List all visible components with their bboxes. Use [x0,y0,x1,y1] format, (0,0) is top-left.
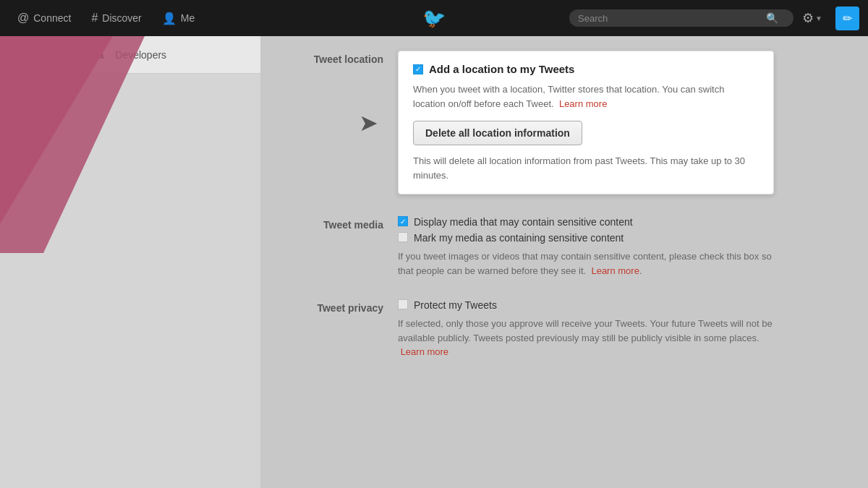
tweet-privacy-desc-text: If selected, only those you approve will… [398,318,773,343]
person-icon: 👤 [162,12,176,25]
hashtag-icon: # [91,12,98,25]
add-location-checkbox[interactable]: ✓ [413,64,423,74]
protect-tweets-row: Protect my Tweets [398,299,846,311]
settings-button[interactable]: ⚙ ▼ [796,6,828,30]
tweet-media-desc: If you tweet images or videos that may c… [398,249,774,278]
arrow-pointer: ➤ [359,109,378,137]
location-card: ➤ ✓ Add a location to my Tweets When you… [398,51,774,194]
location-card-header: ✓ Add a location to my Tweets [413,63,759,75]
search-icon: 🔍 [766,12,778,24]
tweet-privacy-row: Tweet privacy Protect my Tweets If selec… [282,299,846,359]
nav-connect-label: Connect [33,12,71,24]
sensitive-display-row: ✓ Display media that may contain sensiti… [398,216,846,228]
tweet-location-label: Tweet location [282,51,398,65]
tweet-privacy-label: Tweet privacy [282,299,398,314]
main-layout: Businesses Media Developers Tweet locati… [0,36,868,488]
sidebar-pink-accent [0,36,145,253]
learn-more-privacy-link[interactable]: Learn more [401,346,448,357]
delete-location-button[interactable]: Delete all location information [413,121,582,145]
navbar: @ Connect # Discover 👤 Me 🐦 🔍 ⚙ ▼ ✏ [0,0,868,36]
tweet-media-label: Tweet media [282,216,398,231]
nav-connect[interactable]: @ Connect [9,7,80,29]
learn-more-media-link[interactable]: Learn more [591,265,639,276]
tweet-media-row: Tweet media ✓ Display media that may con… [282,216,846,278]
settings-content: Tweet location ➤ ✓ Add a location to my … [260,36,868,488]
mark-sensitive-checkbox[interactable] [398,232,408,242]
tweet-location-row: Tweet location ➤ ✓ Add a location to my … [282,51,846,194]
search-input[interactable] [578,13,766,24]
protect-tweets-checkbox[interactable] [398,299,408,309]
tweet-privacy-content: Protect my Tweets If selected, only thos… [398,299,846,359]
protect-tweets-label: Protect my Tweets [414,299,497,311]
compose-button[interactable]: ✏ [835,7,859,30]
display-sensitive-checkbox[interactable]: ✓ [398,216,408,226]
delete-note-text: This will delete all location informatio… [413,154,759,182]
search-bar: 🔍 [569,9,793,27]
tweet-media-content: ✓ Display media that may contain sensiti… [398,216,846,278]
learn-more-location-link[interactable]: Learn more [559,98,607,109]
sidebar: Businesses Media Developers [0,36,260,488]
tweet-privacy-desc: If selected, only those you approve will… [398,317,774,359]
mark-sensitive-label: Mark my media as containing sensitive co… [414,232,624,244]
location-description: When you tweet with a location, Twitter … [413,82,759,111]
nav-me[interactable]: 👤 Me [153,7,203,30]
add-location-label: Add a location to my Tweets [429,63,574,75]
nav-discover-label: Discover [102,12,141,24]
tweet-media-desc-text: If you tweet images or videos that may c… [398,251,772,276]
tweet-location-content: ➤ ✓ Add a location to my Tweets When you… [398,51,846,194]
nav-discover[interactable]: # Discover [82,7,150,29]
nav-me-label: Me [181,12,195,24]
at-icon: @ [17,12,29,25]
display-sensitive-label: Display media that may contain sensitive… [414,216,633,228]
mark-sensitive-row: Mark my media as containing sensitive co… [398,232,846,244]
twitter-logo: 🐦 [422,7,446,30]
